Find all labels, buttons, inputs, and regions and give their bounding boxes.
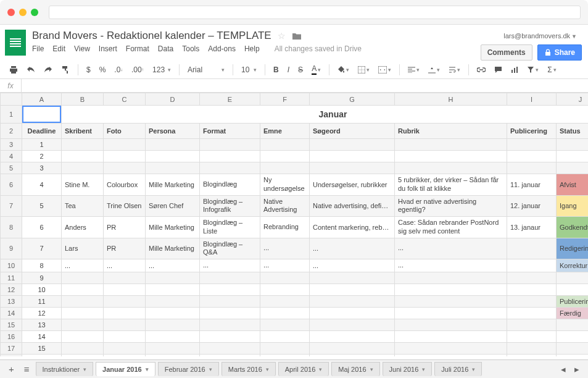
- cell-sogeord-10[interactable]: ...: [310, 259, 395, 272]
- cell-persona-11[interactable]: [146, 272, 200, 284]
- cell-foto-4[interactable]: [104, 151, 146, 162]
- cell-persona-8[interactable]: Mille Marketing: [146, 217, 200, 238]
- cell-skribent-5[interactable]: [62, 162, 104, 174]
- cell-pub-4[interactable]: [507, 151, 557, 162]
- cell-format-11[interactable]: [200, 272, 260, 284]
- text-wrap-button[interactable]: ▾: [445, 64, 463, 75]
- cell-emne-10[interactable]: ...: [260, 259, 310, 272]
- col-head-B[interactable]: B: [62, 93, 104, 106]
- cell-rubrik-10[interactable]: ...: [395, 259, 507, 272]
- share-button[interactable]: Share: [537, 44, 582, 61]
- sheet-tab-instruktioner[interactable]: Instruktioner ▾: [36, 362, 94, 376]
- insert-chart-icon[interactable]: [508, 64, 521, 75]
- document-title[interactable]: Brand Movers - Redaktionel kalender – TE…: [32, 30, 271, 42]
- header-3[interactable]: Persona: [146, 124, 200, 139]
- font-size-select[interactable]: 10 ▾: [238, 64, 260, 75]
- sheet-tab-juni-2016[interactable]: Juni 2016 ▾: [383, 362, 433, 376]
- cell-emne-18[interactable]: [260, 354, 310, 356]
- col-head-H[interactable]: H: [395, 93, 507, 106]
- cell-status-15[interactable]: [557, 319, 589, 330]
- cell-status-7[interactable]: Igang: [557, 195, 589, 217]
- row-head-13[interactable]: 13: [1, 295, 22, 307]
- cell-emne-7[interactable]: Native Advertising: [260, 195, 310, 217]
- window-close-icon[interactable]: [7, 9, 15, 16]
- cell-persona-7[interactable]: Søren Chef: [146, 195, 200, 217]
- all-sheets-button[interactable]: ≡: [20, 361, 33, 377]
- cell-rubrik-14[interactable]: [395, 307, 507, 319]
- cell-status-3[interactable]: [557, 139, 589, 151]
- sheet-next-icon[interactable]: ▸: [571, 361, 583, 377]
- cell-foto-3[interactable]: [104, 139, 146, 151]
- cell-foto-13[interactable]: [104, 295, 146, 307]
- cell-status-11[interactable]: [557, 272, 589, 284]
- cell-pub-9[interactable]: [507, 238, 557, 259]
- cell-deadline-5[interactable]: 3: [22, 162, 62, 174]
- cell-emne-9[interactable]: ...: [260, 238, 310, 259]
- cell-rubrik-4[interactable]: [395, 151, 507, 162]
- cell-foto-9[interactable]: PR: [104, 238, 146, 259]
- header-1[interactable]: Skribent: [62, 124, 104, 139]
- row-head-2[interactable]: 2: [1, 124, 22, 139]
- cell-emne-8[interactable]: Rebranding: [260, 217, 310, 238]
- cell-pub-16[interactable]: [507, 330, 557, 342]
- cell-persona-9[interactable]: Mille Marketing: [146, 238, 200, 259]
- cell-skribent-16[interactable]: [62, 330, 104, 342]
- functions-button[interactable]: Σ ▾: [544, 64, 559, 76]
- header-5[interactable]: Emne: [260, 124, 310, 139]
- cell-deadline-4[interactable]: 2: [22, 151, 62, 162]
- cell-foto-12[interactable]: [104, 284, 146, 295]
- cell-pub-13[interactable]: [507, 295, 557, 307]
- cell-foto-6[interactable]: Colourbox: [104, 174, 146, 196]
- cell-rubrik-9[interactable]: ...: [395, 238, 507, 259]
- cell-persona-4[interactable]: [146, 151, 200, 162]
- cell-status-10[interactable]: Korrektur: [557, 259, 589, 272]
- font-select[interactable]: Arial ▾: [184, 64, 228, 75]
- cell-rubrik-3[interactable]: [395, 139, 507, 151]
- header-8[interactable]: Publicering: [507, 124, 557, 139]
- cell-emne-12[interactable]: [260, 284, 310, 295]
- menu-tools[interactable]: Tools: [182, 44, 199, 53]
- cell-deadline-7[interactable]: 5: [22, 195, 62, 217]
- menu-insert[interactable]: Insert: [99, 44, 117, 53]
- percent-button[interactable]: %: [96, 64, 109, 76]
- col-head-I[interactable]: I: [507, 93, 557, 106]
- row-head-9[interactable]: 9: [1, 238, 22, 259]
- cell-pub-8[interactable]: 13. janaur: [507, 217, 557, 238]
- cell-sogeord-13[interactable]: [310, 295, 395, 307]
- cell-persona-15[interactable]: [146, 319, 200, 330]
- bold-button[interactable]: B: [270, 64, 282, 76]
- star-icon[interactable]: ☆: [278, 31, 286, 41]
- cell-sogeord-18[interactable]: [310, 354, 395, 356]
- cell-rubrik-15[interactable]: [395, 319, 507, 330]
- cell-skribent-8[interactable]: Anders: [62, 217, 104, 238]
- menu-format[interactable]: Format: [126, 44, 149, 53]
- currency-button[interactable]: $: [83, 64, 94, 76]
- col-head-D[interactable]: D: [146, 93, 200, 106]
- row-head-14[interactable]: 14: [1, 307, 22, 319]
- cell-skribent-12[interactable]: [62, 284, 104, 295]
- header-7[interactable]: Rubrik: [395, 124, 507, 139]
- cell-foto-5[interactable]: [104, 162, 146, 174]
- header-0[interactable]: Deadline: [22, 124, 62, 139]
- row-head-18[interactable]: 18: [1, 354, 22, 356]
- decrease-decimal-button[interactable]: .0↓: [111, 64, 126, 76]
- cell-foto-8[interactable]: PR: [104, 217, 146, 238]
- text-color-button[interactable]: A ▾: [308, 62, 324, 77]
- cell-persona-13[interactable]: [146, 295, 200, 307]
- cell-format-16[interactable]: [200, 330, 260, 342]
- number-format-select[interactable]: 123 ▾: [149, 64, 174, 75]
- cell-sogeord-17[interactable]: [310, 342, 395, 354]
- cell-rubrik-8[interactable]: Case: Sådan rebrander PostNord sig selv …: [395, 217, 507, 238]
- row-head-11[interactable]: 11: [1, 272, 22, 284]
- cell-deadline-3[interactable]: 1: [22, 139, 62, 151]
- cell-pub-17[interactable]: [507, 342, 557, 354]
- month-header[interactable]: Januar: [62, 106, 589, 124]
- col-head-G[interactable]: G: [310, 93, 395, 106]
- cell-rubrik-18[interactable]: [395, 354, 507, 356]
- cell-persona-18[interactable]: [146, 354, 200, 356]
- cell-skribent-6[interactable]: Stine M.: [62, 174, 104, 196]
- cell-emne-11[interactable]: [260, 272, 310, 284]
- cell-status-5[interactable]: [557, 162, 589, 174]
- cell-deadline-16[interactable]: 14: [22, 330, 62, 342]
- cell-deadline-15[interactable]: 13: [22, 319, 62, 330]
